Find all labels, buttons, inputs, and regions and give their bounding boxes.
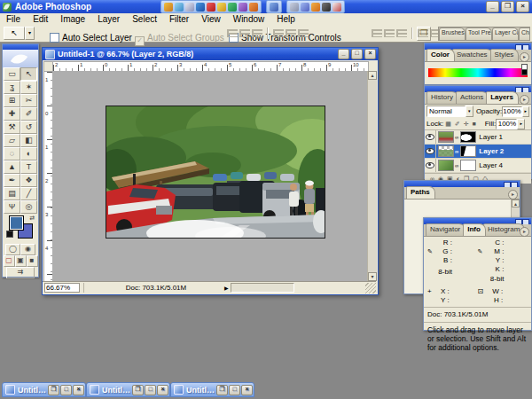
scroll-up-icon[interactable]: ▴ — [368, 71, 377, 80]
menu-edit[interactable]: Edit — [27, 14, 54, 24]
clone-stamp-tool[interactable]: ⚒ — [4, 121, 20, 134]
well-tab-layer-comps[interactable]: Layer Comps — [492, 27, 519, 40]
layer-thumbnail[interactable] — [438, 160, 454, 171]
opacity-field[interactable]: 100% — [502, 106, 521, 117]
titlebar-shortcut-icon[interactable] — [228, 3, 237, 12]
crop-tool[interactable]: ⊞ — [4, 94, 20, 107]
titlebar-shortcut-icon[interactable] — [196, 3, 205, 12]
layer-row[interactable]: ∞ Layer 1 — [425, 130, 531, 145]
panel-menu-icon[interactable]: ▸ — [520, 227, 529, 237]
tab-styles[interactable]: Styles — [490, 49, 520, 61]
tab-layers[interactable]: Layers — [486, 91, 519, 104]
close-button[interactable]: × — [157, 385, 168, 395]
black-swatch[interactable] — [521, 69, 528, 75]
titlebar-shortcut-icon[interactable] — [185, 3, 194, 12]
hand-tool[interactable]: Ψ — [4, 200, 20, 214]
titlebar-shortcut-icon[interactable] — [290, 3, 299, 12]
blur-tool[interactable]: ◌ — [4, 147, 20, 160]
well-tab-brushes[interactable]: Brushes — [439, 27, 466, 40]
menu-select[interactable]: Select — [126, 14, 163, 24]
gradient-tool[interactable]: ◧ — [20, 134, 37, 147]
tab-swatches[interactable]: Swatches — [452, 49, 493, 61]
scroll-down-icon[interactable]: ▾ — [368, 272, 377, 281]
brush-tool[interactable]: ✐ — [20, 107, 37, 121]
menu-filter[interactable]: Filter — [163, 14, 195, 24]
layer-mask-thumbnail[interactable] — [460, 160, 476, 171]
tab-navigator[interactable]: Navigator — [426, 223, 466, 236]
blend-mode-dropdown-icon[interactable]: ▾ — [466, 106, 473, 117]
photo-canvas-image[interactable] — [106, 106, 325, 239]
close-button[interactable]: × — [516, 1, 529, 12]
minimize-button[interactable]: _ — [486, 1, 499, 12]
layer-name[interactable]: Layer 1 — [479, 133, 503, 141]
align-vertical-centers-icon[interactable] — [384, 29, 395, 37]
distribute-top-edges-icon[interactable] — [227, 29, 238, 37]
tool-preset-dropdown-icon[interactable]: ▾ — [25, 27, 35, 40]
distribute-bottom-edges-icon[interactable] — [252, 29, 262, 37]
titlebar-shortcut-icon[interactable] — [239, 3, 247, 12]
current-tool-icon[interactable]: ↖ — [4, 27, 25, 40]
titlebar-shortcut-icon[interactable] — [164, 3, 173, 12]
titlebar-shortcut-icon[interactable] — [332, 3, 341, 12]
auto-select-groups-checkbox[interactable]: ✓Auto Select Groups — [135, 28, 224, 46]
foreground-color-swatch[interactable] — [9, 215, 24, 231]
restore-button[interactable]: ❒ — [216, 385, 228, 395]
lock-image-icon[interactable]: ✐ — [455, 121, 460, 128]
menu-window[interactable]: Window — [227, 14, 271, 24]
titlebar-shortcut-icon[interactable] — [175, 3, 184, 12]
menu-help[interactable]: Help — [270, 14, 301, 24]
minimized-document-window[interactable]: Untitled-... ❒ □ × — [86, 382, 170, 397]
align-bottom-edges-icon[interactable] — [396, 29, 407, 37]
menu-layer[interactable]: Layer — [91, 14, 126, 24]
custom-shape-tool[interactable]: ❖ — [20, 174, 37, 187]
zoom-level-field[interactable]: 66.67% — [44, 283, 80, 293]
lasso-tool[interactable]: ʓ — [4, 81, 20, 94]
lock-transparency-icon[interactable]: ▦ — [445, 121, 451, 128]
distribute-horizontal-centers-icon[interactable] — [286, 29, 296, 37]
eyedropper-tool[interactable]: ╱ — [20, 187, 37, 200]
maximize-button[interactable]: □ — [145, 385, 156, 395]
layer-thumbnail[interactable] — [438, 131, 454, 143]
tab-paths[interactable]: Paths — [406, 186, 435, 199]
distribute-vertical-centers-icon[interactable] — [239, 29, 250, 37]
scroll-up-icon[interactable]: ▴ — [512, 200, 520, 207]
file-browser-icon[interactable]: ❒ — [417, 27, 431, 41]
menu-image[interactable]: Image — [54, 14, 91, 24]
blend-mode-select[interactable]: Normal — [426, 106, 466, 117]
pen-tool[interactable]: ✒ — [4, 174, 20, 187]
color-spectrum-ramp[interactable] — [428, 68, 528, 77]
tab-color[interactable]: Color — [426, 49, 455, 61]
distribute-left-edges-icon[interactable] — [273, 29, 284, 37]
restore-button[interactable]: ❒ — [501, 1, 514, 12]
minimized-document-window[interactable]: Untitled-... ❒ □ × — [2, 382, 86, 397]
layer-thumbnail[interactable] — [438, 145, 454, 157]
layer-row[interactable]: ∞ Layer 4 — [425, 159, 531, 173]
menu-file[interactable]: File — [0, 14, 27, 24]
maximize-button[interactable]: □ — [60, 385, 72, 395]
fill-slider-icon[interactable]: ▸ — [517, 119, 525, 129]
layer-name[interactable]: Layer 4 — [479, 161, 503, 169]
default-colors-icon[interactable] — [6, 231, 13, 238]
zoom-tool[interactable]: ◎ — [20, 200, 37, 214]
rectangular-marquee-tool[interactable]: ▭ — [4, 67, 20, 81]
path-selection-tool[interactable]: ▲ — [4, 160, 20, 174]
healing-brush-tool[interactable]: ✚ — [4, 107, 20, 121]
close-button[interactable]: × — [241, 385, 253, 395]
fill-field[interactable]: 100% — [496, 119, 517, 129]
tab-history[interactable]: History — [426, 91, 458, 104]
well-tab-tool-presets[interactable]: Tool Presets — [466, 27, 492, 40]
maximize-button[interactable]: □ — [229, 385, 240, 395]
menu-view[interactable]: View — [195, 14, 227, 24]
lock-position-icon[interactable]: ✛ — [464, 121, 469, 128]
align-top-edges-icon[interactable] — [372, 29, 382, 37]
eraser-tool[interactable]: ▱ — [4, 134, 20, 147]
titlebar-shortcut-icon[interactable] — [217, 3, 226, 12]
layer-name[interactable]: Layer 2 — [479, 147, 504, 155]
slice-tool[interactable]: ✂ — [20, 94, 37, 107]
type-tool[interactable]: T — [20, 160, 37, 174]
layer-row-selected[interactable]: ∞ Layer 2 — [425, 145, 531, 159]
layer-mask-thumbnail[interactable] — [460, 145, 476, 157]
panel-menu-icon[interactable]: ▸ — [508, 190, 518, 200]
layer-mask-thumbnail[interactable] — [460, 131, 476, 143]
visibility-eye-icon[interactable] — [425, 130, 436, 144]
